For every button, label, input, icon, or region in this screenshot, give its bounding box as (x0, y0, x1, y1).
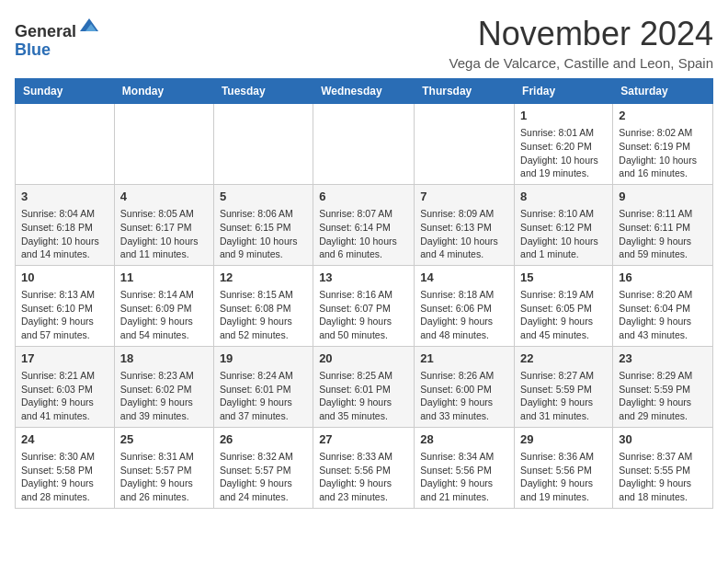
calendar-cell: 30Sunrise: 8:37 AM Sunset: 5:55 PM Dayli… (613, 427, 713, 508)
day-info: Sunrise: 8:31 AM Sunset: 5:57 PM Dayligh… (120, 450, 208, 504)
day-number: 9 (619, 189, 707, 205)
weekday-header-sunday: Sunday (16, 79, 115, 104)
day-info: Sunrise: 8:33 AM Sunset: 5:56 PM Dayligh… (319, 450, 408, 504)
weekday-header-monday: Monday (114, 79, 213, 104)
day-number: 18 (120, 350, 208, 367)
day-number: 1 (520, 108, 607, 124)
calendar-cell (213, 104, 313, 185)
calendar-cell: 20Sunrise: 8:25 AM Sunset: 6:01 PM Dayli… (313, 346, 415, 427)
calendar-cell (16, 104, 115, 185)
day-number: 6 (319, 189, 408, 205)
month-title: November 2024 (449, 15, 713, 53)
day-number: 30 (619, 431, 707, 448)
day-info: Sunrise: 8:29 AM Sunset: 5:59 PM Dayligh… (619, 369, 707, 423)
day-number: 21 (420, 350, 508, 367)
day-number: 29 (520, 431, 607, 448)
calendar-cell (313, 104, 415, 185)
day-info: Sunrise: 8:02 AM Sunset: 6:19 PM Dayligh… (619, 126, 707, 180)
calendar-week-row: 17Sunrise: 8:21 AM Sunset: 6:03 PM Dayli… (16, 346, 713, 427)
logo-blue: Blue (15, 40, 51, 59)
day-info: Sunrise: 8:21 AM Sunset: 6:03 PM Dayligh… (21, 369, 108, 423)
calendar-week-row: 24Sunrise: 8:30 AM Sunset: 5:58 PM Dayli… (16, 427, 713, 508)
calendar-cell: 28Sunrise: 8:34 AM Sunset: 5:56 PM Dayli… (415, 427, 515, 508)
logo-general: General (15, 22, 76, 40)
day-info: Sunrise: 8:27 AM Sunset: 5:59 PM Dayligh… (520, 369, 607, 423)
calendar-cell: 5Sunrise: 8:06 AM Sunset: 6:15 PM Daylig… (213, 184, 313, 265)
calendar-cell: 2Sunrise: 8:02 AM Sunset: 6:19 PM Daylig… (613, 104, 713, 185)
day-info: Sunrise: 8:09 AM Sunset: 6:13 PM Dayligh… (420, 207, 508, 261)
day-number: 22 (520, 350, 607, 367)
weekday-header-thursday: Thursday (415, 79, 515, 104)
day-info: Sunrise: 8:05 AM Sunset: 6:17 PM Dayligh… (120, 207, 208, 261)
calendar-cell: 26Sunrise: 8:32 AM Sunset: 5:57 PM Dayli… (213, 427, 313, 508)
day-number: 15 (520, 270, 607, 286)
day-info: Sunrise: 8:19 AM Sunset: 6:05 PM Dayligh… (520, 288, 607, 342)
calendar-cell: 23Sunrise: 8:29 AM Sunset: 5:59 PM Dayli… (613, 346, 713, 427)
calendar-cell: 13Sunrise: 8:16 AM Sunset: 6:07 PM Dayli… (313, 265, 415, 346)
calendar-cell: 9Sunrise: 8:11 AM Sunset: 6:11 PM Daylig… (613, 184, 713, 265)
day-info: Sunrise: 8:36 AM Sunset: 5:56 PM Dayligh… (520, 450, 607, 504)
day-info: Sunrise: 8:07 AM Sunset: 6:14 PM Dayligh… (319, 207, 408, 261)
page-header: General Blue November 2024 Vega de Valca… (15, 15, 713, 71)
calendar-cell: 29Sunrise: 8:36 AM Sunset: 5:56 PM Dayli… (515, 427, 613, 508)
day-number: 26 (220, 431, 307, 448)
calendar-week-row: 10Sunrise: 8:13 AM Sunset: 6:10 PM Dayli… (16, 265, 713, 346)
calendar-cell: 3Sunrise: 8:04 AM Sunset: 6:18 PM Daylig… (16, 184, 115, 265)
day-info: Sunrise: 8:30 AM Sunset: 5:58 PM Dayligh… (21, 450, 108, 504)
day-info: Sunrise: 8:26 AM Sunset: 6:00 PM Dayligh… (420, 369, 508, 423)
calendar-week-row: 1Sunrise: 8:01 AM Sunset: 6:20 PM Daylig… (16, 104, 713, 185)
calendar-cell: 19Sunrise: 8:24 AM Sunset: 6:01 PM Dayli… (213, 346, 313, 427)
weekday-header-wednesday: Wednesday (313, 79, 415, 104)
day-info: Sunrise: 8:14 AM Sunset: 6:09 PM Dayligh… (120, 288, 208, 342)
location-subtitle: Vega de Valcarce, Castille and Leon, Spa… (449, 55, 713, 71)
day-number: 4 (120, 189, 208, 205)
calendar-cell: 1Sunrise: 8:01 AM Sunset: 6:20 PM Daylig… (515, 104, 613, 185)
calendar-week-row: 3Sunrise: 8:04 AM Sunset: 6:18 PM Daylig… (16, 184, 713, 265)
weekday-header-tuesday: Tuesday (213, 79, 313, 104)
day-info: Sunrise: 8:06 AM Sunset: 6:15 PM Dayligh… (220, 207, 307, 261)
weekday-header-saturday: Saturday (613, 79, 713, 104)
day-number: 11 (120, 270, 208, 286)
calendar-cell: 27Sunrise: 8:33 AM Sunset: 5:56 PM Dayli… (313, 427, 415, 508)
calendar-cell: 17Sunrise: 8:21 AM Sunset: 6:03 PM Dayli… (16, 346, 115, 427)
logo-icon (78, 15, 100, 37)
day-info: Sunrise: 8:23 AM Sunset: 6:02 PM Dayligh… (120, 369, 208, 423)
calendar-cell: 15Sunrise: 8:19 AM Sunset: 6:05 PM Dayli… (515, 265, 613, 346)
calendar-cell: 7Sunrise: 8:09 AM Sunset: 6:13 PM Daylig… (415, 184, 515, 265)
day-number: 23 (619, 350, 707, 367)
day-number: 2 (619, 108, 707, 124)
title-block: November 2024 Vega de Valcarce, Castille… (449, 15, 713, 71)
day-number: 25 (120, 431, 208, 448)
day-number: 20 (319, 350, 408, 367)
day-number: 7 (420, 189, 508, 205)
calendar-cell: 8Sunrise: 8:10 AM Sunset: 6:12 PM Daylig… (515, 184, 613, 265)
calendar-cell: 16Sunrise: 8:20 AM Sunset: 6:04 PM Dayli… (613, 265, 713, 346)
calendar-cell: 18Sunrise: 8:23 AM Sunset: 6:02 PM Dayli… (114, 346, 213, 427)
day-number: 16 (619, 270, 707, 286)
calendar-cell: 14Sunrise: 8:18 AM Sunset: 6:06 PM Dayli… (415, 265, 515, 346)
day-info: Sunrise: 8:15 AM Sunset: 6:08 PM Dayligh… (220, 288, 307, 342)
day-number: 24 (21, 431, 108, 448)
day-number: 14 (420, 270, 508, 286)
day-info: Sunrise: 8:32 AM Sunset: 5:57 PM Dayligh… (220, 450, 307, 504)
calendar-cell: 11Sunrise: 8:14 AM Sunset: 6:09 PM Dayli… (114, 265, 213, 346)
day-info: Sunrise: 8:01 AM Sunset: 6:20 PM Dayligh… (520, 126, 607, 180)
calendar-cell: 21Sunrise: 8:26 AM Sunset: 6:00 PM Dayli… (415, 346, 515, 427)
calendar-cell: 12Sunrise: 8:15 AM Sunset: 6:08 PM Dayli… (213, 265, 313, 346)
day-info: Sunrise: 8:37 AM Sunset: 5:55 PM Dayligh… (619, 450, 707, 504)
day-number: 19 (220, 350, 307, 367)
day-info: Sunrise: 8:34 AM Sunset: 5:56 PM Dayligh… (420, 450, 508, 504)
calendar-cell: 6Sunrise: 8:07 AM Sunset: 6:14 PM Daylig… (313, 184, 415, 265)
day-number: 17 (21, 350, 108, 367)
day-info: Sunrise: 8:10 AM Sunset: 6:12 PM Dayligh… (520, 207, 607, 261)
day-number: 13 (319, 270, 408, 286)
weekday-header-friday: Friday (515, 79, 613, 104)
day-info: Sunrise: 8:11 AM Sunset: 6:11 PM Dayligh… (619, 207, 707, 261)
calendar-cell: 22Sunrise: 8:27 AM Sunset: 5:59 PM Dayli… (515, 346, 613, 427)
day-number: 28 (420, 431, 508, 448)
calendar-cell: 24Sunrise: 8:30 AM Sunset: 5:58 PM Dayli… (16, 427, 115, 508)
weekday-header-row: SundayMondayTuesdayWednesdayThursdayFrid… (16, 79, 713, 104)
day-number: 10 (21, 270, 108, 286)
calendar-cell (114, 104, 213, 185)
day-number: 5 (220, 189, 307, 205)
